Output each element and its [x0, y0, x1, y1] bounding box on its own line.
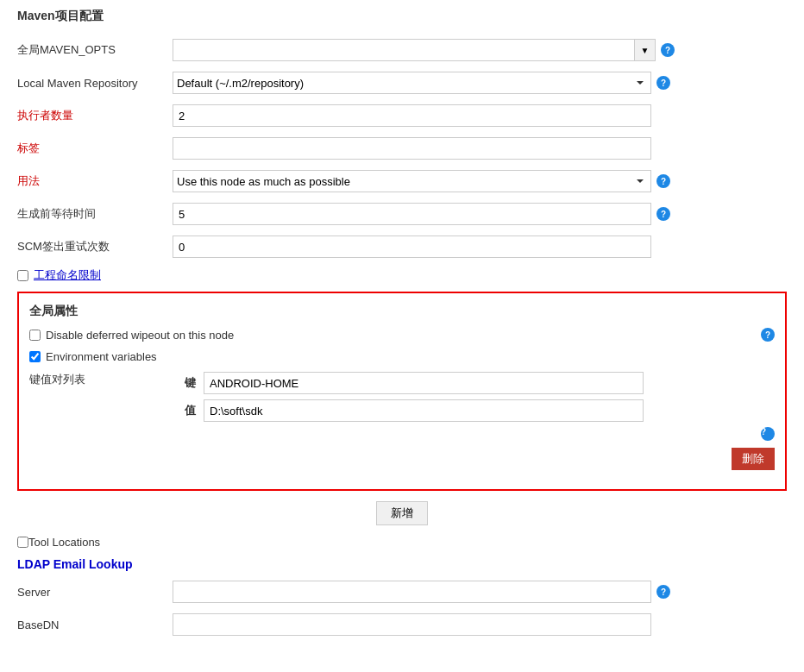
kv-pair-label: 键值对列表 — [29, 372, 185, 387]
basedn-row: BaseDN — [17, 612, 787, 637]
scm-retries-control — [173, 236, 787, 258]
tags-input[interactable] — [173, 137, 651, 160]
scm-retries-input[interactable] — [173, 236, 651, 258]
env-vars-row: Environment variables — [29, 350, 775, 363]
env-vars-label: Environment variables — [46, 350, 157, 363]
wait-time-control: ? — [173, 203, 787, 225]
usage-help-icon[interactable]: ? — [656, 174, 670, 188]
local-repo-select[interactable]: Default (~/.m2/repository) Local Per Exe… — [173, 72, 651, 94]
maven-opts-row: 全局MAVEN_OPTS ▼ ? — [17, 38, 787, 62]
tool-locations-row: Tool Locations — [17, 536, 787, 549]
maven-opts-help-icon[interactable]: ? — [661, 43, 675, 57]
local-repo-control: Default (~/.m2/repository) Local Per Exe… — [173, 72, 787, 94]
disable-wipeout-checkbox[interactable] — [29, 330, 41, 341]
server-help-icon[interactable]: ? — [656, 585, 670, 599]
project-name-checkbox[interactable] — [17, 270, 28, 281]
basedn-label: BaseDN — [17, 619, 173, 631]
wait-time-label: 生成前等待时间 — [17, 206, 173, 222]
kv-pair-row: 键值对列表 键 值 ? 删除 — [29, 372, 775, 470]
maven-opts-dropdown-btn[interactable]: ▼ — [635, 39, 656, 61]
maven-opts-label: 全局MAVEN_OPTS — [17, 42, 173, 58]
maven-opts-input-wrap: ▼ — [173, 39, 656, 61]
wait-time-help-icon[interactable]: ? — [656, 207, 670, 221]
delete-button[interactable]: 删除 — [732, 448, 775, 470]
tool-locations-checkbox[interactable] — [17, 537, 28, 548]
key-label: 键 — [185, 375, 204, 391]
tool-locations-label: Tool Locations — [28, 536, 100, 549]
executors-control — [173, 104, 787, 127]
wait-time-input[interactable] — [173, 203, 651, 225]
key-input[interactable] — [204, 372, 644, 394]
usage-control: Use this node as much as possible Only b… — [173, 170, 787, 192]
server-input[interactable] — [173, 581, 651, 603]
global-attrs-title: 全局属性 — [29, 304, 775, 319]
basedn-input[interactable] — [173, 613, 651, 636]
disable-wipeout-label: Disable deferred wipeout on this node — [46, 329, 234, 342]
ldap-title: LDAP Email Lookup — [17, 557, 787, 571]
local-repo-row: Local Maven Repository Default (~/.m2/re… — [17, 71, 787, 95]
usage-select[interactable]: Use this node as much as possible Only b… — [173, 170, 651, 192]
server-label: Server — [17, 586, 173, 599]
maven-opts-control: ▼ ? — [173, 39, 787, 61]
env-vars-checkbox[interactable] — [29, 351, 41, 362]
project-name-label[interactable]: 工程命名限制 — [34, 267, 101, 283]
local-repo-label: Local Maven Repository — [17, 77, 173, 90]
project-name-row: 工程命名限制 — [17, 267, 787, 283]
usage-row: 用法 Use this node as much as possible Onl… — [17, 169, 787, 193]
tags-label: 标签 — [17, 141, 173, 156]
usage-label: 用法 — [17, 173, 173, 189]
scm-retries-label: SCM签出重试次数 — [17, 239, 173, 254]
executors-label: 执行者数量 — [17, 108, 173, 123]
scm-retries-row: SCM签出重试次数 — [17, 235, 787, 259]
wait-time-row: 生成前等待时间 ? — [17, 202, 787, 226]
local-repo-help-icon[interactable]: ? — [656, 76, 670, 90]
value-row: 值 — [185, 399, 775, 422]
global-attrs-box: 全局属性 Disable deferred wipeout on this no… — [17, 292, 787, 491]
maven-section-title: Maven项目配置 — [17, 9, 787, 28]
basedn-control — [173, 613, 787, 636]
disable-wipeout-row: Disable deferred wipeout on this node ? — [29, 328, 775, 342]
value-label: 值 — [185, 403, 204, 418]
maven-opts-input[interactable] — [173, 39, 635, 61]
executors-row: 执行者数量 — [17, 104, 787, 128]
tags-control — [173, 137, 787, 160]
server-row: Server ? — [17, 580, 787, 604]
server-control: ? — [173, 581, 787, 603]
add-button[interactable]: 新增 — [376, 501, 428, 525]
tags-row: 标签 — [17, 136, 787, 160]
page-container: Maven项目配置 全局MAVEN_OPTS ▼ ? Local Maven R… — [0, 0, 804, 654]
key-row: 键 — [185, 372, 775, 394]
value-input[interactable] — [204, 399, 644, 422]
executors-input[interactable] — [173, 104, 651, 127]
kv-pair-inputs: 键 值 ? 删除 — [185, 372, 775, 470]
kv-help-icon[interactable]: ? — [761, 427, 775, 441]
disable-wipeout-help-icon[interactable]: ? — [761, 328, 775, 342]
